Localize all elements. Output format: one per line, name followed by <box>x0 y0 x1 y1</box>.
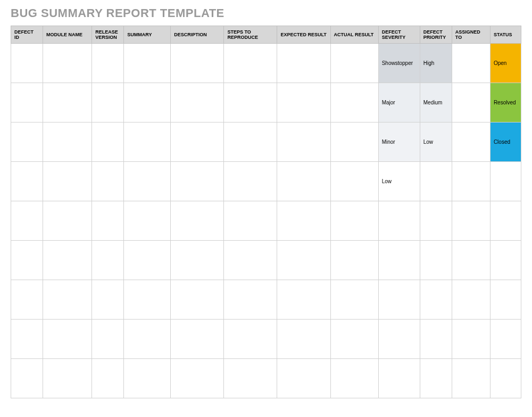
cell-status[interactable]: Resolved <box>490 83 521 122</box>
cell-severity[interactable] <box>378 241 420 280</box>
cell-expected[interactable] <box>277 280 330 320</box>
cell-release-version[interactable] <box>92 241 124 280</box>
cell-priority[interactable] <box>420 201 452 241</box>
cell-module-name[interactable] <box>43 83 92 122</box>
cell-priority[interactable]: High <box>420 44 452 83</box>
cell-priority[interactable] <box>420 320 452 359</box>
cell-severity[interactable]: Minor <box>378 122 420 162</box>
cell-summary[interactable] <box>124 201 171 241</box>
cell-assigned[interactable] <box>452 241 490 280</box>
cell-defect-id[interactable] <box>11 320 43 359</box>
cell-release-version[interactable] <box>92 201 124 241</box>
cell-actual[interactable] <box>330 280 378 320</box>
cell-expected[interactable] <box>277 201 330 241</box>
cell-expected[interactable] <box>277 44 330 83</box>
cell-defect-id[interactable] <box>11 83 43 122</box>
cell-description[interactable] <box>171 320 224 359</box>
cell-severity[interactable] <box>378 201 420 241</box>
cell-actual[interactable] <box>330 44 378 83</box>
cell-summary[interactable] <box>124 241 171 280</box>
cell-module-name[interactable] <box>43 359 92 398</box>
cell-severity[interactable] <box>378 320 420 359</box>
cell-priority[interactable] <box>420 359 452 398</box>
cell-priority[interactable] <box>420 241 452 280</box>
cell-severity[interactable] <box>378 280 420 320</box>
cell-release-version[interactable] <box>92 359 124 398</box>
cell-status[interactable] <box>490 359 521 398</box>
cell-description[interactable] <box>171 44 224 83</box>
cell-release-version[interactable] <box>92 162 124 201</box>
cell-defect-id[interactable] <box>11 359 43 398</box>
cell-expected[interactable] <box>277 122 330 162</box>
cell-actual[interactable] <box>330 122 378 162</box>
cell-status[interactable] <box>490 201 521 241</box>
cell-assigned[interactable] <box>452 44 490 83</box>
cell-steps[interactable] <box>224 44 277 83</box>
cell-defect-id[interactable] <box>11 241 43 280</box>
cell-summary[interactable] <box>124 320 171 359</box>
cell-module-name[interactable] <box>43 122 92 162</box>
cell-defect-id[interactable] <box>11 44 43 83</box>
cell-severity[interactable] <box>378 359 420 398</box>
cell-actual[interactable] <box>330 359 378 398</box>
cell-assigned[interactable] <box>452 201 490 241</box>
cell-status[interactable] <box>490 241 521 280</box>
cell-assigned[interactable] <box>452 359 490 398</box>
cell-description[interactable] <box>171 241 224 280</box>
cell-defect-id[interactable] <box>11 201 43 241</box>
cell-actual[interactable] <box>330 162 378 201</box>
cell-description[interactable] <box>171 359 224 398</box>
cell-steps[interactable] <box>224 359 277 398</box>
cell-description[interactable] <box>171 122 224 162</box>
cell-summary[interactable] <box>124 122 171 162</box>
cell-assigned[interactable] <box>452 122 490 162</box>
cell-release-version[interactable] <box>92 320 124 359</box>
cell-module-name[interactable] <box>43 162 92 201</box>
cell-release-version[interactable] <box>92 122 124 162</box>
cell-expected[interactable] <box>277 359 330 398</box>
cell-priority[interactable]: Low <box>420 122 452 162</box>
cell-actual[interactable] <box>330 241 378 280</box>
cell-expected[interactable] <box>277 162 330 201</box>
cell-description[interactable] <box>171 83 224 122</box>
cell-steps[interactable] <box>224 280 277 320</box>
cell-assigned[interactable] <box>452 320 490 359</box>
cell-status[interactable] <box>490 280 521 320</box>
cell-priority[interactable] <box>420 162 452 201</box>
cell-steps[interactable] <box>224 83 277 122</box>
cell-steps[interactable] <box>224 320 277 359</box>
cell-defect-id[interactable] <box>11 162 43 201</box>
cell-actual[interactable] <box>330 83 378 122</box>
cell-status[interactable]: Closed <box>490 122 521 162</box>
cell-description[interactable] <box>171 201 224 241</box>
cell-release-version[interactable] <box>92 44 124 83</box>
cell-module-name[interactable] <box>43 241 92 280</box>
cell-status[interactable] <box>490 320 521 359</box>
cell-actual[interactable] <box>330 201 378 241</box>
cell-module-name[interactable] <box>43 280 92 320</box>
cell-summary[interactable] <box>124 44 171 83</box>
cell-severity[interactable]: Major <box>378 83 420 122</box>
cell-module-name[interactable] <box>43 201 92 241</box>
cell-priority[interactable]: Medium <box>420 83 452 122</box>
cell-expected[interactable] <box>277 241 330 280</box>
cell-summary[interactable] <box>124 162 171 201</box>
cell-description[interactable] <box>171 280 224 320</box>
cell-description[interactable] <box>171 162 224 201</box>
cell-release-version[interactable] <box>92 83 124 122</box>
cell-assigned[interactable] <box>452 162 490 201</box>
cell-steps[interactable] <box>224 122 277 162</box>
cell-assigned[interactable] <box>452 83 490 122</box>
cell-defect-id[interactable] <box>11 280 43 320</box>
cell-release-version[interactable] <box>92 280 124 320</box>
cell-status[interactable]: Open <box>490 44 521 83</box>
cell-expected[interactable] <box>277 320 330 359</box>
cell-summary[interactable] <box>124 280 171 320</box>
cell-severity[interactable]: Showstopper <box>378 44 420 83</box>
cell-status[interactable] <box>490 162 521 201</box>
cell-module-name[interactable] <box>43 44 92 83</box>
cell-summary[interactable] <box>124 359 171 398</box>
cell-steps[interactable] <box>224 241 277 280</box>
cell-summary[interactable] <box>124 83 171 122</box>
cell-actual[interactable] <box>330 320 378 359</box>
